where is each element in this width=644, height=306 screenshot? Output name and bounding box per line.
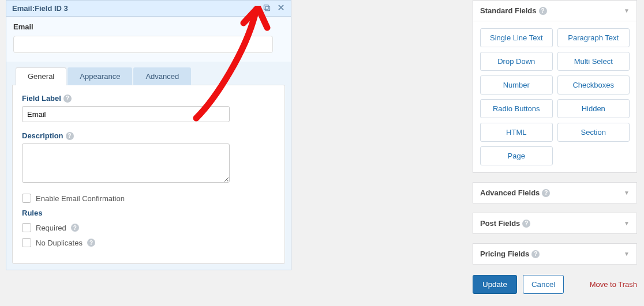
field-btn-hidden[interactable]: Hidden	[557, 99, 630, 118]
header-field-name: Email	[12, 4, 32, 13]
tab-advanced[interactable]: Advanced	[133, 67, 191, 85]
field-btn-checkboxes[interactable]: Checkboxes	[557, 75, 630, 95]
field-editor-panel: Email : Field ID 3 ▲ Email General Appea…	[6, 0, 291, 270]
help-icon[interactable]: ?	[539, 7, 547, 15]
standard-fields-grid: Single Line Text Paragraph Text Drop Dow…	[480, 28, 630, 165]
pricing-fields-box: Pricing Fields ? ▼	[473, 243, 637, 265]
checkbox[interactable]	[22, 238, 31, 247]
standard-fields-box: Standard Fields ? ▼ Single Line Text Par…	[473, 0, 637, 173]
svg-rect-0	[265, 6, 270, 11]
field-preview: Email	[6, 17, 291, 62]
collapse-icon[interactable]: ▲	[251, 5, 257, 12]
field-btn-single-line-text[interactable]: Single Line Text	[480, 28, 553, 47]
advanced-fields-box: Advanced Fields ? ▼	[473, 182, 637, 203]
help-icon[interactable]: ?	[63, 95, 72, 103]
help-icon[interactable]: ?	[531, 250, 540, 258]
field-label-input[interactable]	[22, 106, 230, 122]
standard-fields-header[interactable]: Standard Fields ? ▼	[473, 1, 636, 21]
description-input[interactable]	[22, 143, 230, 183]
form-actions: Update Cancel Move to Trash	[473, 275, 637, 294]
field-btn-page[interactable]: Page	[480, 146, 553, 165]
preview-label: Email	[13, 22, 282, 31]
description-title-text: Description	[22, 131, 63, 140]
preview-input[interactable]	[13, 36, 273, 53]
enable-confirmation-row[interactable]: Enable Email Confirmation	[22, 194, 275, 203]
pricing-fields-title: Pricing Fields	[480, 250, 529, 258]
right-sidebar: Standard Fields ? ▼ Single Line Text Par…	[473, 0, 637, 294]
field-btn-number[interactable]: Number	[480, 75, 553, 95]
help-icon[interactable]: ?	[66, 132, 74, 140]
field-label-title-text: Field Label	[22, 94, 61, 103]
header-field-id: Field ID 3	[35, 4, 68, 13]
checkbox[interactable]	[22, 194, 31, 203]
checkbox[interactable]	[22, 223, 31, 232]
chevron-down-icon[interactable]: ▼	[624, 190, 630, 196]
help-icon[interactable]: ?	[542, 189, 550, 197]
noduplicates-label: No Duplicates	[36, 239, 83, 247]
tab-appearance[interactable]: Appearance	[68, 67, 132, 85]
field-btn-radio-buttons[interactable]: Radio Buttons	[480, 99, 553, 118]
advanced-fields-title: Advanced Fields	[480, 188, 540, 197]
svg-rect-1	[264, 5, 269, 9]
field-btn-multi-select[interactable]: Multi Select	[557, 52, 630, 71]
help-icon[interactable]: ?	[87, 239, 95, 247]
post-fields-title: Post Fields	[480, 219, 520, 228]
rules-heading: Rules	[22, 209, 275, 217]
field-settings: General Appearance Advanced Field Label …	[6, 62, 291, 270]
standard-fields-body: Single Line Text Paragraph Text Drop Dow…	[473, 21, 636, 172]
chevron-down-icon[interactable]: ▼	[624, 251, 630, 257]
standard-fields-title: Standard Fields	[480, 6, 537, 15]
description-title: Description ?	[22, 131, 275, 140]
help-icon[interactable]: ?	[71, 224, 79, 232]
required-row[interactable]: Required ?	[22, 223, 275, 232]
enable-confirmation-label: Enable Email Confirmation	[36, 194, 125, 203]
cancel-button[interactable]: Cancel	[523, 275, 564, 294]
update-button[interactable]: Update	[473, 275, 517, 294]
panel-header: Email : Field ID 3 ▲	[6, 1, 291, 17]
post-fields-header[interactable]: Post Fields ? ▼	[473, 213, 636, 233]
duplicate-icon[interactable]	[263, 3, 271, 14]
tab-general[interactable]: General	[16, 67, 66, 85]
advanced-fields-header[interactable]: Advanced Fields ? ▼	[473, 183, 636, 203]
required-label: Required	[36, 224, 66, 232]
header-actions: ▲	[251, 3, 285, 14]
chevron-down-icon[interactable]: ▼	[624, 220, 630, 226]
field-btn-paragraph-text[interactable]: Paragraph Text	[557, 28, 630, 47]
settings-tabs: General Appearance Advanced	[16, 67, 285, 85]
help-icon[interactable]: ?	[522, 220, 530, 228]
noduplicates-row[interactable]: No Duplicates ?	[22, 238, 275, 247]
pricing-fields-header[interactable]: Pricing Fields ? ▼	[473, 244, 636, 264]
chevron-down-icon[interactable]: ▼	[624, 7, 630, 14]
field-btn-html[interactable]: HTML	[480, 123, 553, 142]
field-btn-drop-down[interactable]: Drop Down	[480, 52, 553, 71]
tab-content: Field Label ? Description ? Enable Email…	[12, 85, 285, 264]
field-btn-section[interactable]: Section	[557, 123, 630, 142]
post-fields-box: Post Fields ? ▼	[473, 213, 637, 234]
delete-icon[interactable]	[277, 3, 285, 13]
field-label-title: Field Label ?	[22, 94, 275, 103]
move-to-trash-link[interactable]: Move to Trash	[590, 280, 637, 289]
